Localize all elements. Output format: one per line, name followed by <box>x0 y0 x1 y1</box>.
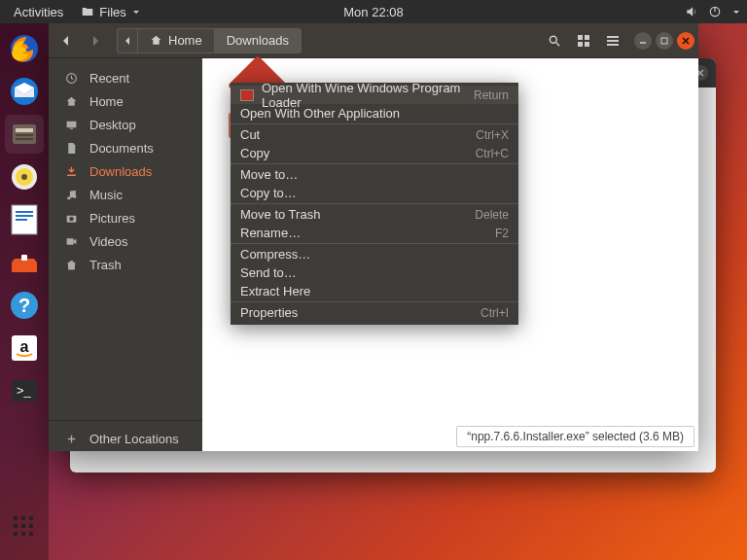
hamburger-icon <box>606 34 620 48</box>
folder-icon <box>81 5 94 18</box>
sidebar-item-other-locations[interactable]: Other Locations <box>49 420 202 451</box>
menu-extract-here[interactable]: Extract Here <box>231 282 518 300</box>
menu-separator <box>231 243 518 244</box>
trash-icon <box>64 259 78 271</box>
maximize-icon <box>660 37 668 45</box>
sidebar-item-pictures[interactable]: Pictures <box>49 206 202 229</box>
svg-rect-39 <box>69 127 72 128</box>
chevron-left-icon <box>60 35 72 47</box>
desktop-icon <box>64 119 78 131</box>
sidebar-item-home[interactable]: Home <box>49 89 202 113</box>
sidebar-item-label: Desktop <box>89 118 136 132</box>
app-menu-files[interactable]: Files <box>81 5 138 19</box>
menu-shortcut: Ctrl+C <box>476 147 509 160</box>
launcher-rhythmbox[interactable] <box>5 158 44 196</box>
sidebar-item-downloads[interactable]: Downloads <box>49 159 202 183</box>
path-segment-home[interactable]: Home <box>137 28 214 53</box>
home-icon <box>150 34 162 47</box>
menu-label: Extract Here <box>240 284 509 298</box>
show-applications-button[interactable] <box>5 508 44 546</box>
launcher-dock: ? a >_ <box>0 23 49 560</box>
path-home-label: Home <box>168 33 202 48</box>
svg-rect-15 <box>21 255 27 261</box>
clock[interactable]: Mon 22:08 <box>343 5 403 19</box>
grid-icon <box>14 516 35 538</box>
menu-label: Open With Other Application <box>240 106 509 121</box>
svg-rect-12 <box>16 211 33 213</box>
path-history-button[interactable] <box>117 28 137 53</box>
svg-text:?: ? <box>18 295 30 316</box>
chevron-down-icon <box>733 11 739 14</box>
menu-send-to[interactable]: Send to… <box>231 263 518 282</box>
status-bar: “npp.7.6.6.Installer.exe” selected (3.6 … <box>456 426 694 447</box>
clock-icon <box>64 72 78 85</box>
sidebar-item-videos[interactable]: Videos <box>49 229 202 253</box>
video-icon <box>64 235 78 248</box>
window-close[interactable] <box>677 32 694 50</box>
menu-properties[interactable]: PropertiesCtrl+I <box>231 303 518 322</box>
path-segment-current[interactable]: Downloads <box>214 28 302 53</box>
back-button[interactable] <box>53 28 80 53</box>
sidebar-item-recent[interactable]: Recent <box>49 66 202 89</box>
menu-separator <box>231 123 518 124</box>
sidebar-item-label: Other Locations <box>89 432 179 446</box>
search-button[interactable] <box>541 28 568 53</box>
camera-icon <box>64 212 78 225</box>
svg-point-43 <box>69 216 73 220</box>
sidebar-item-documents[interactable]: Documents <box>49 136 202 159</box>
files-headerbar: Home Downloads <box>49 23 698 58</box>
menu-copy[interactable]: CopyCtrl+C <box>231 144 518 162</box>
volume-icon <box>685 5 698 18</box>
sidebar-item-trash[interactable]: Trash <box>49 253 202 276</box>
app-menu-label: Files <box>99 5 125 19</box>
download-icon <box>64 165 78 178</box>
window-maximize[interactable] <box>656 32 673 50</box>
menu-label: Properties <box>240 305 473 320</box>
launcher-ubuntu-software[interactable] <box>5 243 44 282</box>
menu-open-with-wine[interactable]: Open With Wine Windows Program Loader Re… <box>231 86 518 104</box>
menu-label: Copy <box>240 146 468 160</box>
sidebar-item-label: Pictures <box>89 211 135 226</box>
launcher-libreoffice-writer[interactable] <box>5 200 44 239</box>
view-toggle-button[interactable] <box>570 28 597 53</box>
menu-rename[interactable]: Rename…F2 <box>231 224 518 242</box>
forward-button[interactable] <box>82 28 109 53</box>
menu-open-with-other[interactable]: Open With Other Application <box>231 104 518 122</box>
minimize-icon <box>639 37 647 45</box>
search-icon <box>548 34 561 48</box>
menu-label: Rename… <box>240 226 487 240</box>
svg-rect-26 <box>578 35 583 40</box>
chevron-left-icon <box>124 37 131 45</box>
plus-icon <box>64 433 78 445</box>
menu-cut[interactable]: CutCtrl+X <box>231 125 518 144</box>
menu-label: Move to… <box>240 167 509 182</box>
sidebar-item-music[interactable]: Music <box>49 183 202 206</box>
svg-rect-28 <box>578 42 583 47</box>
sidebar-item-label: Videos <box>89 234 128 249</box>
svg-text:>_: >_ <box>17 383 32 398</box>
launcher-thunderbird[interactable] <box>5 72 44 111</box>
wine-icon <box>240 89 254 101</box>
system-status-area[interactable] <box>685 5 739 18</box>
launcher-help[interactable]: ? <box>5 286 44 325</box>
menu-label: Move to Trash <box>240 207 467 222</box>
window-minimize[interactable] <box>634 32 652 50</box>
launcher-firefox[interactable] <box>5 29 44 68</box>
hamburger-menu-button[interactable] <box>599 28 626 53</box>
launcher-files[interactable] <box>5 115 44 154</box>
menu-shortcut: Ctrl+I <box>480 306 509 320</box>
menu-separator <box>231 301 518 302</box>
sidebar-item-label: Home <box>89 94 124 109</box>
sidebar-item-desktop[interactable]: Desktop <box>49 113 202 136</box>
svg-text:a: a <box>20 338 29 355</box>
menu-label: Send to… <box>240 265 509 280</box>
menu-move-to-trash[interactable]: Move to TrashDelete <box>231 205 518 224</box>
menu-compress[interactable]: Compress… <box>231 245 518 263</box>
svg-rect-6 <box>16 134 33 136</box>
launcher-terminal[interactable]: >_ <box>5 371 44 410</box>
menu-copy-to[interactable]: Copy to… <box>231 184 518 202</box>
launcher-amazon[interactable]: a <box>5 329 44 368</box>
menu-move-to[interactable]: Move to… <box>231 165 518 184</box>
activities-button[interactable]: Activities <box>8 3 69 21</box>
power-icon <box>708 5 722 18</box>
